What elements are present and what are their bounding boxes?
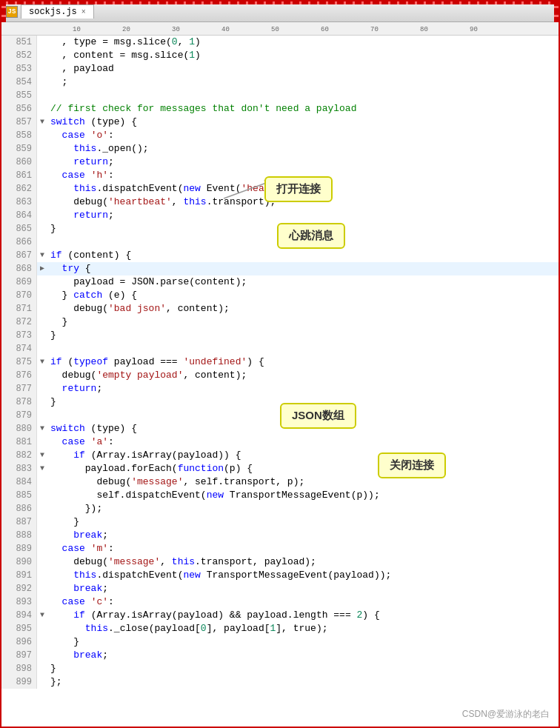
line-code-text: }; (47, 675, 559, 689)
fold-arrow (37, 196, 47, 209)
line-number: 899 (1, 675, 37, 689)
line-code-text: debug('bad json', content); (47, 302, 559, 315)
code-line-886: 886 }); (1, 502, 559, 515)
fold-arrow (37, 635, 47, 649)
line-number: 855 (1, 89, 37, 102)
fold-arrow (37, 302, 47, 315)
line-code-text: break; (47, 649, 559, 662)
line-number: 860 (1, 156, 37, 169)
code-line-852: 852 , content = msg.slice(1) (1, 49, 559, 62)
code-line-895: 895 this._close(payload[0], payload[1], … (1, 622, 559, 635)
line-code-text (47, 342, 559, 355)
code-line-888: 888 break; (1, 529, 559, 542)
fold-arrow (37, 62, 47, 76)
code-line-855: 855 (1, 89, 559, 102)
line-number: 897 (1, 649, 37, 662)
code-line-884: 884 debug('message', self.transport, p); (1, 475, 559, 489)
line-code-text: try { (47, 262, 559, 275)
line-number: 861 (1, 169, 37, 182)
line-number: 873 (1, 329, 37, 342)
line-number: 883 (1, 462, 37, 475)
line-code-text: case 'c': (47, 595, 559, 609)
code-line-864: 864 return; (1, 209, 559, 222)
fold-arrow[interactable]: ▼ (37, 355, 47, 369)
code-line-873: 873} (1, 329, 559, 342)
code-line-892: 892 break; (1, 582, 559, 595)
fold-arrow (37, 129, 47, 142)
fold-arrow (37, 649, 47, 662)
fold-arrow (37, 315, 47, 329)
ruler-50: 50 (271, 26, 279, 33)
code-line-854: 854 ; (1, 76, 559, 89)
tab-label: sockjs.js (29, 7, 77, 17)
fold-arrow (37, 489, 47, 502)
line-number: 854 (1, 76, 37, 89)
callout-close-connection: 关闭连接 (378, 453, 446, 478)
fold-arrow (37, 236, 47, 249)
code-line-882: 882▼ if (Array.isArray(payload)) { (1, 449, 559, 462)
fold-arrow (37, 409, 47, 422)
callout-heartbeat-text: 心跳消息 (289, 229, 333, 241)
file-tab[interactable]: sockjs.js × (21, 4, 94, 19)
line-code-text: return; (47, 156, 559, 169)
code-line-899: 899}; (1, 675, 559, 689)
line-number: 896 (1, 635, 37, 649)
line-number: 870 (1, 289, 37, 302)
line-number: 863 (1, 196, 37, 209)
code-line-897: 897 break; (1, 649, 559, 662)
line-code-text: this._open(); (47, 142, 559, 156)
ruler-60: 60 (321, 26, 329, 33)
callout-json-array: JSON数组 (280, 403, 356, 429)
code-line-890: 890 debug('message', this.transport, pay… (1, 555, 559, 569)
fold-arrow (37, 36, 47, 49)
fold-arrow[interactable]: ▶ (37, 262, 47, 275)
fold-arrow (37, 382, 47, 395)
tab-close-button[interactable]: × (81, 8, 86, 16)
line-number: 853 (1, 62, 37, 76)
watermark: CSDN@爱游泳的老白 (462, 708, 550, 721)
line-code-text: } (47, 662, 559, 675)
line-code-text: case 'm': (47, 542, 559, 555)
code-line-856: 856// first check for messages that don'… (1, 102, 559, 116)
line-code-text: } (47, 515, 559, 529)
code-line-859: 859 this._open(); (1, 142, 559, 156)
title-bar: JS sockjs.js × (1, 1, 559, 22)
line-number: 851 (1, 36, 37, 49)
line-number: 886 (1, 502, 37, 515)
fold-arrow[interactable]: ▼ (37, 116, 47, 129)
code-line-851: 851 , type = msg.slice(0, 1) (1, 36, 559, 49)
line-code-text: // first check for messages that don't n… (47, 102, 559, 116)
fold-arrow[interactable]: ▼ (37, 462, 47, 475)
code-line-869: 869 payload = JSON.parse(content); (1, 275, 559, 289)
fold-arrow (37, 582, 47, 595)
fold-arrow (37, 502, 47, 515)
code-line-896: 896 } (1, 635, 559, 649)
callout-heartbeat: 心跳消息 (277, 223, 345, 249)
fold-arrow[interactable]: ▼ (37, 422, 47, 435)
line-number: 872 (1, 315, 37, 329)
line-code-text: } (47, 329, 559, 342)
line-code-text: if (content) { (47, 249, 559, 262)
code-line-867: 867▼if (content) { (1, 249, 559, 262)
line-code-text: } (47, 635, 559, 649)
fold-arrow[interactable]: ▼ (37, 249, 47, 262)
fold-arrow[interactable]: ▼ (37, 449, 47, 462)
ruler-70: 70 (370, 26, 379, 33)
ruler-80: 80 (420, 26, 428, 33)
line-number: 858 (1, 129, 37, 142)
fold-arrow (37, 182, 47, 196)
code-area: 851 , type = msg.slice(0, 1)852 , conten… (1, 36, 559, 727)
ruler-40: 40 (221, 26, 230, 33)
line-code-text: debug('message', this.transport, payload… (47, 555, 559, 569)
line-number: 867 (1, 249, 37, 262)
line-number: 887 (1, 515, 37, 529)
fold-arrow (37, 102, 47, 116)
line-number: 882 (1, 449, 37, 462)
line-number: 857 (1, 116, 37, 129)
fold-arrow (37, 542, 47, 555)
ruler-10: 10 (73, 26, 81, 33)
code-line-853: 853 , payload (1, 62, 559, 76)
code-line-891: 891 this.dispatchEvent(new TransportMess… (1, 569, 559, 582)
fold-arrow[interactable]: ▼ (37, 609, 47, 622)
fold-arrow (37, 169, 47, 182)
